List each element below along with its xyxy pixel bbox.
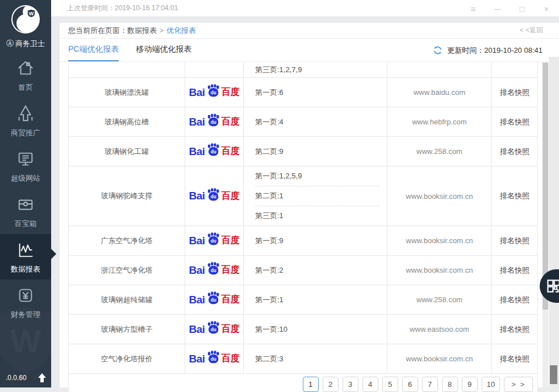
snapshot-cell: 排名快照 <box>492 137 537 166</box>
page-button-2[interactable]: 2 <box>323 377 339 392</box>
url-cell: www.hebfrp.com <box>387 107 492 136</box>
snapshot-link[interactable]: 排名快照 <box>500 147 529 157</box>
rank-pages-cell: 第一页:6 <box>244 78 387 107</box>
page-button-10[interactable]: 10 <box>482 377 500 392</box>
svg-text:du: du <box>210 194 216 199</box>
baidu-paw-icon: du <box>206 232 220 246</box>
next-page-button[interactable]: > > <box>504 377 533 392</box>
rank-page-line: 第二页:3 <box>255 349 387 369</box>
baidu-logo-bai: Bai <box>189 264 205 277</box>
baidu-logo: Baidu百度 <box>189 144 239 159</box>
snapshot-cell: 排名快照 <box>492 256 537 285</box>
minimize-icon[interactable]: ─ <box>493 5 502 13</box>
keyword-cell: 玻璃钢漂洗罐 <box>69 78 185 107</box>
page-button-8[interactable]: 8 <box>442 377 458 392</box>
sidebar-item-4[interactable]: 数据报表 <box>0 234 51 280</box>
keyword-label: 玻璃钢超纯储罐 <box>101 295 153 305</box>
snapshot-link[interactable]: 排名快照 <box>500 354 529 364</box>
table-row: 玻璃钢方型槽子Baidu百度第一页:10www.eastsoo.com排名快照 <box>69 315 537 344</box>
page-button-1[interactable]: 1 <box>303 377 319 392</box>
baidu-logo-bai: Bai <box>189 323 205 336</box>
sidebar-item-0[interactable]: 首页 <box>0 52 51 98</box>
brand-badge-icon: Ⓐ <box>6 39 14 49</box>
baidu-logo: Baidu百度 <box>189 189 239 203</box>
baidu-paw-icon: du <box>206 320 220 335</box>
snapshot-link[interactable]: 排名快照 <box>500 191 529 201</box>
snapshot-link[interactable]: 排名快照 <box>500 265 529 276</box>
sidebar-nav: 首页商贸推广超级网站百宝箱数据报表财务管理 <box>0 52 51 325</box>
promotion-icon <box>15 103 36 124</box>
content-panel: 您当前所在页面：数据报表 > 优化报表 < <返回 PC端优化报表 移动端优化报… <box>60 23 559 387</box>
rank-pages-cell: 第一页:4 <box>244 107 387 136</box>
keyword-cell: 玻璃钢化工罐 <box>69 137 185 166</box>
snapshot-link[interactable]: 排名快照 <box>500 295 529 305</box>
keyword-label: 空气净化塔报价 <box>101 354 153 364</box>
window-scrollbar-thumb[interactable] <box>550 365 557 384</box>
menu-icon[interactable]: ≡ <box>469 5 478 13</box>
snapshot-cell <box>492 62 537 77</box>
page-button-4[interactable]: 4 <box>362 377 378 392</box>
pagination: 12345678910> > <box>69 374 537 392</box>
breadcrumb-current[interactable]: 优化报表 <box>166 26 196 36</box>
update-time-label: 更新时间：2019-10-20 08:41 <box>447 45 543 56</box>
refresh-icon[interactable] <box>433 45 443 55</box>
sidebar-item-2[interactable]: 超级网站 <box>0 143 51 189</box>
snapshot-link[interactable]: 排名快照 <box>500 87 529 98</box>
page-button-9[interactable]: 9 <box>462 377 478 392</box>
page-button-6[interactable]: 6 <box>402 377 418 392</box>
baidu-logo-bai: Bai <box>189 86 205 99</box>
rank-pages-cell: 第一页:10 <box>244 315 387 344</box>
baidu-logo: Baidu百度 <box>189 115 239 129</box>
table-row: 空气净化塔报价Baidu百度第二页:3www.booksir.com.cn排名快… <box>69 344 537 374</box>
rank-pages-cell: 第一页:9 <box>244 226 387 255</box>
snapshot-link[interactable]: 排名快照 <box>500 324 529 335</box>
search-engine-cell: Baidu百度 <box>185 166 244 226</box>
rank-pages-cell: 第三页:1,2,7,9 <box>244 62 387 77</box>
table-row-partial: 第三页:1,2,7,9 <box>69 62 537 78</box>
table-row: 广东空气净化塔Baidu百度第一页:9www.booksir.com.cn排名快… <box>69 226 537 256</box>
sidebar-item-1[interactable]: 商贸推广 <box>0 98 51 143</box>
back-button[interactable]: < <返回 <box>520 26 543 35</box>
close-icon[interactable]: × <box>542 5 551 13</box>
breadcrumb-parent[interactable]: 数据报表 <box>127 26 157 36</box>
baidu-logo-cn: 百度 <box>222 353 240 365</box>
table-row: 玻璃钢驼峰支撑Baidu百度第一页:1,2,5,9第二页:1第三页:1www.b… <box>69 166 537 226</box>
last-login-label: 上次登录时间：2019-10-16 17:04:01 <box>67 3 178 13</box>
url-cell: www.booksir.com.cn <box>387 226 492 255</box>
rank-page-line: 第三页:1,2,7,9 <box>255 62 387 77</box>
sidebar-item-label: 商贸推广 <box>11 128 40 138</box>
page-button-5[interactable]: 5 <box>382 377 398 392</box>
keyword-cell: 玻璃钢方型槽子 <box>69 315 185 344</box>
maximize-icon[interactable]: □ <box>518 5 527 13</box>
page-button-3[interactable]: 3 <box>343 377 358 392</box>
rank-pages-cell: 第一页:1,2,5,9第二页:1第三页:1 <box>244 166 387 226</box>
sidebar-item-label: 百宝箱 <box>15 219 37 229</box>
snapshot-link[interactable]: 排名快照 <box>500 236 529 246</box>
title-bar: 上次登录时间：2019-10-16 17:04:01 ≡ ─ □ × <box>51 0 559 17</box>
search-engine-cell: Baidu百度 <box>185 256 244 285</box>
url-label: www.booksir.com.cn <box>406 266 473 274</box>
window-scrollbar <box>549 57 559 387</box>
sidebar-item-3[interactable]: 百宝箱 <box>0 189 51 234</box>
baidu-logo-bai: Bai <box>189 145 205 158</box>
sidebar-item-5[interactable]: 财务管理 <box>0 280 51 325</box>
url-cell: www.eastsoo.com <box>387 315 492 344</box>
keyword-label: 玻璃钢漂洗罐 <box>105 87 149 98</box>
table-row: 玻璃钢超纯储罐Baidu百度第一页:1www.258.com排名快照 <box>69 285 537 315</box>
keyword-cell: 玻璃钢高位槽 <box>69 107 185 136</box>
tab-mobile-report[interactable]: 移动端优化报表 <box>136 39 191 61</box>
snapshot-link[interactable]: 排名快照 <box>500 117 529 127</box>
baidu-paw-icon: du <box>206 113 220 127</box>
page-button-7[interactable]: 7 <box>422 377 438 392</box>
baidu-logo-cn: 百度 <box>222 294 240 306</box>
search-engine-cell: Baidu百度 <box>185 285 244 314</box>
svg-text:W: W <box>10 322 41 359</box>
report-icon <box>15 240 36 260</box>
baidu-logo-cn: 百度 <box>222 86 240 98</box>
keyword-label: 玻璃钢方型槽子 <box>101 324 153 335</box>
tab-pc-report[interactable]: PC端优化报表 <box>68 39 119 61</box>
baidu-paw-icon: du <box>206 84 220 98</box>
upgrade-arrow-icon[interactable] <box>37 373 47 383</box>
breadcrumb: 您当前所在页面：数据报表 > 优化报表 < <返回 <box>60 23 559 39</box>
baidu-logo-cn: 百度 <box>222 116 240 128</box>
